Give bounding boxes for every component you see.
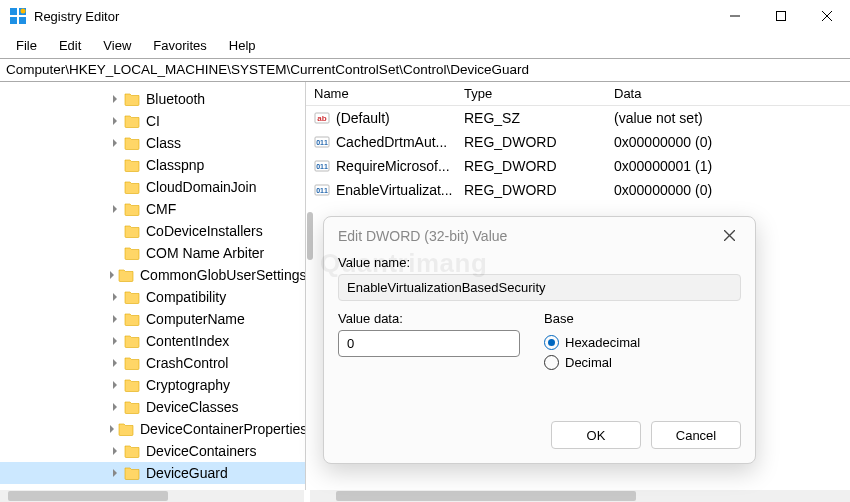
chevron-right-icon[interactable]	[108, 425, 116, 433]
tree-node-label: Compatibility	[146, 289, 226, 305]
chevron-right-icon[interactable]	[108, 447, 122, 455]
chevron-right-icon[interactable]	[108, 139, 122, 147]
dword-value-icon: 011	[314, 182, 330, 198]
radio-icon	[544, 355, 559, 370]
cell-data: 0x00000001 (1)	[606, 158, 850, 174]
chevron-right-icon[interactable]	[108, 271, 116, 279]
folder-icon	[124, 158, 140, 172]
dialog-close-button[interactable]	[718, 222, 741, 250]
tree-node-label: CloudDomainJoin	[146, 179, 257, 195]
cell-data: 0x00000000 (0)	[606, 182, 850, 198]
menubar: File Edit View Favorites Help	[0, 32, 850, 58]
svg-text:011: 011	[316, 163, 328, 170]
radio-dec-label: Decimal	[565, 355, 612, 370]
tree-node[interactable]: Class	[0, 132, 305, 154]
tree-node[interactable]: DeviceContainerProperties	[0, 418, 305, 440]
column-name[interactable]: Name	[306, 86, 456, 101]
dialog-title: Edit DWORD (32-bit) Value	[338, 228, 507, 244]
tree-node[interactable]: CommonGlobUserSettings	[0, 264, 305, 286]
chevron-right-icon[interactable]	[108, 117, 122, 125]
cancel-button[interactable]: Cancel	[651, 421, 741, 449]
column-type[interactable]: Type	[456, 86, 606, 101]
tree-node-label: Cryptography	[146, 377, 230, 393]
svg-text:011: 011	[316, 187, 328, 194]
tree-node[interactable]: Compatibility	[0, 286, 305, 308]
folder-icon	[124, 356, 140, 370]
tree-node[interactable]: CMF	[0, 198, 305, 220]
radio-decimal[interactable]: Decimal	[544, 355, 640, 370]
tree-node[interactable]: DeviceClasses	[0, 396, 305, 418]
chevron-right-icon[interactable]	[108, 381, 122, 389]
tree-node[interactable]: Bluetooth	[0, 88, 305, 110]
tree-node[interactable]: ContentIndex	[0, 330, 305, 352]
tree-node[interactable]: CoDeviceInstallers	[0, 220, 305, 242]
menu-view[interactable]: View	[93, 35, 141, 56]
tree-node-label: CoDeviceInstallers	[146, 223, 263, 239]
folder-icon	[124, 444, 140, 458]
chevron-right-icon[interactable]	[108, 315, 122, 323]
svg-text:ab: ab	[317, 114, 326, 123]
tree-node-label: ContentIndex	[146, 333, 229, 349]
tree-node-label: Class	[146, 135, 181, 151]
svg-rect-2	[10, 17, 17, 24]
folder-icon	[124, 180, 140, 194]
address-bar[interactable]: Computer\HKEY_LOCAL_MACHINE\SYSTEM\Curre…	[0, 58, 850, 82]
tree-node-label: DeviceGuard	[146, 465, 228, 481]
tree-node[interactable]: DeviceGuard	[0, 462, 305, 484]
list-row[interactable]: ab(Default)REG_SZ(value not set)	[306, 106, 850, 130]
value-name-field[interactable]: EnableVirtualizationBasedSecurity	[338, 274, 741, 301]
folder-icon	[124, 334, 140, 348]
chevron-right-icon[interactable]	[108, 337, 122, 345]
close-button[interactable]	[804, 0, 850, 32]
edit-dword-dialog: Edit DWORD (32-bit) Value Value name: En…	[323, 216, 756, 464]
folder-icon	[124, 202, 140, 216]
folder-icon	[124, 136, 140, 150]
chevron-right-icon[interactable]	[108, 359, 122, 367]
chevron-right-icon[interactable]	[108, 293, 122, 301]
chevron-right-icon[interactable]	[108, 403, 122, 411]
column-data[interactable]: Data	[606, 86, 850, 101]
value-data-input[interactable]	[338, 330, 520, 357]
radio-hexadecimal[interactable]: Hexadecimal	[544, 335, 640, 350]
tree-node[interactable]: CI	[0, 110, 305, 132]
tree-node-label: DeviceContainers	[146, 443, 257, 459]
menu-help[interactable]: Help	[219, 35, 266, 56]
chevron-right-icon[interactable]	[108, 95, 122, 103]
tree-node-label: CommonGlobUserSettings	[140, 267, 306, 283]
tree-node[interactable]: DeviceContainers	[0, 440, 305, 462]
tree-node[interactable]: CrashControl	[0, 352, 305, 374]
list-row[interactable]: 011EnableVirtualizat...REG_DWORD0x000000…	[306, 178, 850, 202]
cell-type: REG_DWORD	[456, 182, 606, 198]
base-label: Base	[544, 311, 640, 326]
menu-favorites[interactable]: Favorites	[143, 35, 216, 56]
svg-text:011: 011	[316, 139, 328, 146]
folder-icon	[124, 92, 140, 106]
menu-edit[interactable]: Edit	[49, 35, 91, 56]
list-header: Name Type Data	[306, 82, 850, 106]
maximize-button[interactable]	[758, 0, 804, 32]
tree-pane: BluetoothCIClassClasspnpCloudDomainJoinC…	[0, 82, 306, 490]
list-row[interactable]: 011CachedDrtmAut...REG_DWORD0x00000000 (…	[306, 130, 850, 154]
folder-icon	[124, 312, 140, 326]
tree-scrollbar[interactable]	[0, 490, 304, 502]
minimize-button[interactable]	[712, 0, 758, 32]
tree-node[interactable]: ComputerName	[0, 308, 305, 330]
window-title: Registry Editor	[34, 9, 712, 24]
chevron-right-icon[interactable]	[108, 205, 122, 213]
folder-icon	[124, 400, 140, 414]
folder-icon	[124, 224, 140, 238]
list-row[interactable]: 011RequireMicrosof...REG_DWORD0x00000001…	[306, 154, 850, 178]
folder-icon	[124, 114, 140, 128]
menu-file[interactable]: File	[6, 35, 47, 56]
chevron-right-icon[interactable]	[108, 469, 122, 477]
tree-node[interactable]: Classpnp	[0, 154, 305, 176]
cell-type: REG_DWORD	[456, 158, 606, 174]
list-scrollbar[interactable]	[310, 490, 850, 502]
ok-button[interactable]: OK	[551, 421, 641, 449]
cell-type: REG_DWORD	[456, 134, 606, 150]
value-data-label: Value data:	[338, 311, 520, 326]
tree-node[interactable]: COM Name Arbiter	[0, 242, 305, 264]
cell-name: RequireMicrosof...	[336, 158, 450, 174]
tree-node[interactable]: CloudDomainJoin	[0, 176, 305, 198]
tree-node[interactable]: Cryptography	[0, 374, 305, 396]
